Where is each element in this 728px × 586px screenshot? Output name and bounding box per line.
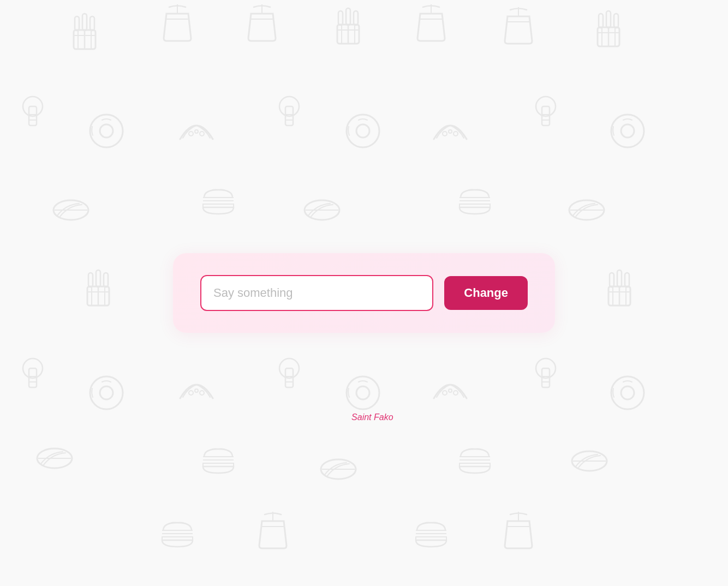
credit-text: Saint Fako <box>351 412 393 422</box>
input-card: Change <box>173 253 555 333</box>
change-button[interactable]: Change <box>444 276 528 310</box>
say-something-input[interactable] <box>200 275 433 311</box>
